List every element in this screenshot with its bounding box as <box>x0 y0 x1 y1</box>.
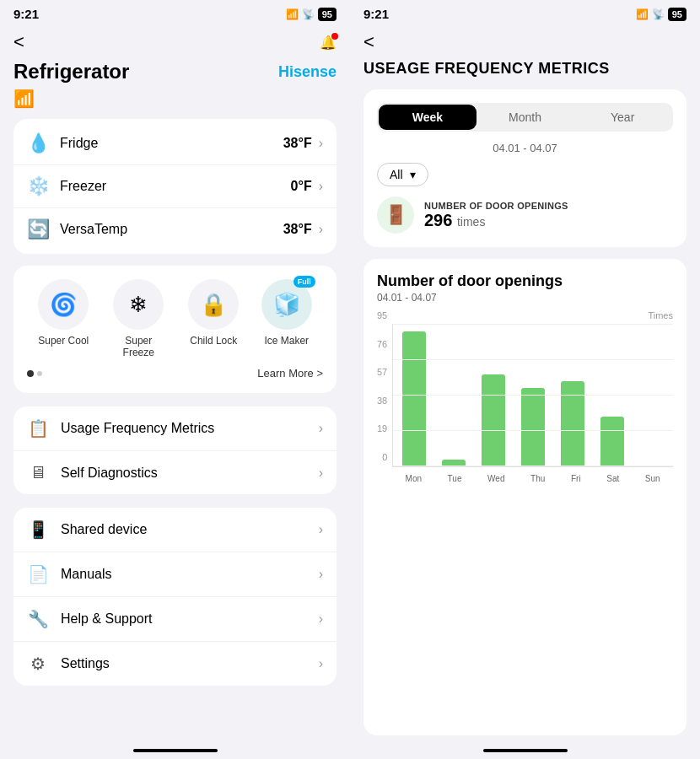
manuals-icon: 📄 <box>27 564 49 584</box>
shared-device-row[interactable]: 📱 Shared device › <box>13 508 337 552</box>
x-label-mon: Mon <box>406 474 422 483</box>
door-count-value: 296 times <box>424 211 568 230</box>
versatemp-chevron: › <box>319 222 323 237</box>
learn-more-link[interactable]: Learn More > <box>257 367 323 380</box>
bar-wed <box>482 374 505 466</box>
settings-label: Settings <box>61 656 319 671</box>
help-support-chevron: › <box>319 611 323 627</box>
super-cool-label: Super Cool <box>38 335 89 347</box>
versatemp-row[interactable]: 🔄 VersaTemp 38°F › <box>13 208 337 250</box>
app-title-row: Refrigerator Hisense <box>0 57 350 87</box>
signal-icon: 📶 <box>286 8 299 20</box>
bar-fri <box>561 381 584 466</box>
chevron-down-icon: ▾ <box>410 168 416 181</box>
tab-month[interactable]: Month <box>477 105 574 130</box>
filter-dropdown[interactable]: All ▾ <box>377 163 428 186</box>
bar-col-sun <box>635 324 670 466</box>
freezer-label: Freezer <box>60 179 291 194</box>
date-range-label: 04.01 - 04.07 <box>377 142 673 154</box>
usage-frequency-row[interactable]: 📋 Usage Frequency Metrics › <box>13 406 337 451</box>
ice-maker-feature[interactable]: Full 🧊 Ice Maker <box>261 279 312 347</box>
fridge-temp: 38°F <box>283 136 312 151</box>
ice-maker-icon: 🧊 <box>273 292 300 318</box>
bars-container <box>392 324 673 467</box>
super-cool-feature[interactable]: 🌀 Super Cool <box>38 279 89 347</box>
chart-bars-area: Times Mon Tue Wed Thu Fri <box>392 310 673 483</box>
tab-year[interactable]: Year <box>573 105 671 130</box>
right-status-time: 9:21 <box>363 7 389 21</box>
fridge-label: Fridge <box>60 136 283 151</box>
battery-indicator: 95 <box>318 8 337 21</box>
right-signal-icon: 📶 <box>636 8 649 20</box>
right-home-bar <box>483 749 568 752</box>
x-label-fri: Fri <box>571 474 581 483</box>
back-button[interactable]: < <box>13 31 24 53</box>
super-freeze-label: Super Freeze <box>111 335 166 358</box>
y-label-76: 76 <box>377 339 387 349</box>
y-axis-unit-label: Times <box>392 310 673 320</box>
door-count-unit: times <box>457 215 485 229</box>
help-support-icon: 🔧 <box>27 609 49 629</box>
manuals-row[interactable]: 📄 Manuals › <box>13 552 337 597</box>
metrics-page-title: USEAGE FREQUENCY METRICS <box>350 57 700 84</box>
shared-device-icon: 📱 <box>27 519 49 540</box>
shared-device-label: Shared device <box>61 522 319 537</box>
door-count-info: NUMBER OF DOOR OPENINGS 296 times <box>424 201 568 230</box>
self-diagnostics-chevron: › <box>319 466 323 481</box>
chart-card: Number of door openings 04.01 - 04.07 95… <box>363 259 687 735</box>
diagnostics-card: 📋 Usage Frequency Metrics › 🖥 Self Diagn… <box>13 406 337 494</box>
features-card: 🌀 Super Cool ❄ Super Freeze 🔒 Child Lock… <box>13 266 337 393</box>
x-label-thu: Thu <box>530 474 545 483</box>
super-freeze-icon: ❄ <box>129 292 148 318</box>
versatemp-label: VersaTemp <box>60 222 283 237</box>
bar-col-mon <box>396 324 431 466</box>
freezer-temp: 0°F <box>291 179 312 194</box>
self-diagnostics-row[interactable]: 🖥 Self Diagnostics › <box>13 451 337 494</box>
y-label-0: 0 <box>382 452 387 462</box>
door-icon-circle: 🚪 <box>377 196 414 234</box>
door-icon: 🚪 <box>385 204 407 226</box>
bar-col-thu <box>516 324 551 466</box>
notification-bell[interactable]: 🔔 <box>320 35 337 51</box>
super-freeze-feature[interactable]: ❄ Super Freeze <box>111 279 166 358</box>
right-back-button[interactable]: < <box>363 31 374 53</box>
filter-dropdown-row: All ▾ <box>377 163 673 186</box>
features-footer: Learn More > <box>27 367 323 380</box>
notification-dot <box>331 33 338 40</box>
wifi-icon: 📡 <box>302 8 315 20</box>
self-diagnostics-icon: 🖥 <box>27 463 49 482</box>
tab-week[interactable]: Week <box>379 105 477 130</box>
manuals-chevron: › <box>319 567 323 582</box>
settings-row[interactable]: ⚙ Settings › <box>13 642 337 686</box>
features-grid: 🌀 Super Cool ❄ Super Freeze 🔒 Child Lock… <box>27 279 323 358</box>
y-label-57: 57 <box>377 367 387 377</box>
usage-frequency-icon: 📋 <box>27 418 49 439</box>
shared-device-chevron: › <box>319 522 323 537</box>
freezer-row[interactable]: ❄️ Freezer 0°F › <box>13 165 337 208</box>
versatemp-temp: 38°F <box>283 222 312 237</box>
bar-sat <box>600 417 624 466</box>
right-status-bar: 9:21 📶 📡 95 <box>350 0 700 24</box>
left-home-indicator <box>0 742 350 759</box>
chart-title: Number of door openings <box>377 272 673 290</box>
dot-active <box>27 370 34 377</box>
right-status-icons: 📶 📡 95 <box>636 8 687 21</box>
ice-maker-label: Ice Maker <box>264 335 309 347</box>
right-app-header: < <box>350 24 700 57</box>
left-panel: 9:21 📶 📡 95 < 🔔 Refrigerator Hisense 📶 💧… <box>0 0 350 759</box>
right-battery-indicator: 95 <box>668 8 687 21</box>
x-label-sat: Sat <box>606 474 619 483</box>
child-lock-feature[interactable]: 🔒 Child Lock <box>188 279 239 347</box>
left-status-icons: 📶 📡 95 <box>286 8 337 21</box>
manuals-label: Manuals <box>61 567 319 582</box>
settings-card: 📱 Shared device › 📄 Manuals › 🔧 Help & S… <box>13 508 337 686</box>
full-badge: Full <box>293 276 315 288</box>
fridge-row[interactable]: 💧 Fridge 38°F › <box>13 122 337 165</box>
self-diagnostics-label: Self Diagnostics <box>61 466 319 481</box>
help-support-row[interactable]: 🔧 Help & Support › <box>13 597 337 642</box>
super-cool-icon-wrap: 🌀 <box>38 279 89 330</box>
right-panel: 9:21 📶 📡 95 < USEAGE FREQUENCY METRICS W… <box>350 0 700 759</box>
settings-chevron: › <box>319 656 323 671</box>
y-label-38: 38 <box>377 396 387 406</box>
freezer-chevron: › <box>319 179 323 194</box>
